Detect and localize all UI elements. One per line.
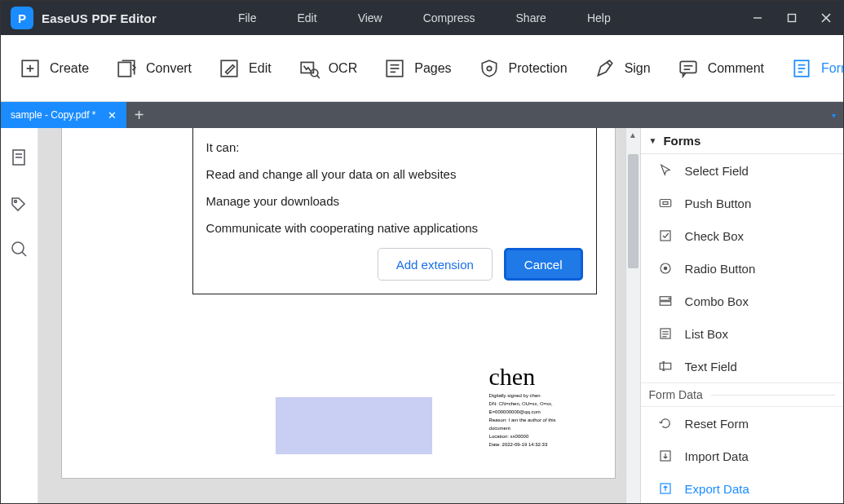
document-tab[interactable]: sample - Copy.pdf * ✕ [1,102,126,128]
tags-button[interactable] [9,193,29,216]
svg-rect-33 [661,231,670,241]
signature-line-5: document [489,425,587,431]
svg-point-16 [487,66,491,70]
workspace: It can: Read and change all your data on… [1,128,843,504]
edit-button[interactable]: Edit [208,49,281,88]
digital-signature[interactable]: chen Digitally signed by chen DN: CN=che… [489,363,587,448]
menu-view[interactable]: View [358,11,382,24]
thumbnails-button[interactable] [9,148,29,170]
search-button[interactable] [9,239,29,262]
text-field-label: Text Field [685,360,737,374]
export-data-button[interactable]: Export Data [641,472,843,504]
protection-label: Protection [509,61,568,76]
close-button[interactable] [809,1,843,35]
tab-dropdown[interactable]: ▾ [824,102,843,128]
dialog-perm-2: Manage your downloads [206,194,583,208]
signature-line-1: Digitally signed by chen [489,392,587,399]
menu-share[interactable]: Share [516,11,546,24]
svg-point-28 [15,201,17,203]
comment-button[interactable]: Comment [667,49,774,88]
pages-label: Pages [414,61,451,76]
check-box-tool[interactable]: Check Box [641,219,843,252]
pages-button[interactable]: Pages [373,49,461,88]
push-button-label: Push Button [685,197,752,210]
convert-label: Convert [146,61,192,76]
edit-icon [218,57,241,80]
ocr-label: OCR [329,61,358,76]
tab-close-button[interactable]: ✕ [108,109,117,122]
vertical-scrollbar[interactable]: ▲ [625,128,640,504]
window-controls [740,1,843,35]
forms-button[interactable]: Forms [780,49,844,88]
checkbox-icon [657,228,674,244]
reset-icon [657,415,674,431]
dialog-perm-3: Communicate with cooperating native appl… [206,221,583,235]
button-icon [657,195,674,211]
minimize-icon [753,13,762,23]
convert-icon [115,57,138,80]
reset-form-button[interactable]: Reset Form [641,407,843,440]
import-icon [657,448,674,464]
protection-button[interactable]: Protection [468,49,577,88]
ocr-button[interactable]: OCR [288,49,368,88]
svg-line-17 [607,62,610,65]
forms-panel: ▼ Forms Select Field Push Button Check B… [640,128,843,504]
import-data-label: Import Data [685,449,749,463]
pointer-icon [657,162,674,179]
scroll-thumb[interactable] [628,154,639,268]
pdf-page: It can: Read and change all your data on… [61,128,616,479]
combo-box-label: Combo Box [685,294,749,308]
svg-rect-18 [680,61,696,73]
select-field-label: Select Field [685,164,749,178]
menu-edit[interactable]: Edit [298,11,317,24]
divider [711,395,835,396]
title-bar: P EaseUS PDF Editor File Edit View Compr… [1,1,843,35]
create-icon [19,57,42,80]
maximize-icon [787,13,797,23]
select-field-tool[interactable]: Select Field [641,154,843,187]
signature-line-4: Reason: I am the author of this [489,417,587,423]
close-icon [821,13,831,23]
text-field-tool[interactable]: Text Field [641,350,843,382]
scroll-up-icon[interactable]: ▲ [626,128,640,141]
radio-button-tool[interactable]: Radio Button [641,252,843,285]
import-data-button[interactable]: Import Data [641,440,843,472]
cancel-button[interactable]: Cancel [504,248,583,281]
push-button-tool[interactable]: Push Button [641,187,843,219]
add-extension-button[interactable]: Add extension [378,248,493,281]
document-tab-strip: sample - Copy.pdf * ✕ + ▾ [1,102,843,128]
extension-dialog: It can: Read and change all your data on… [192,128,597,294]
radio-icon [657,260,674,276]
canvas-viewport[interactable]: It can: Read and change all your data on… [38,128,625,504]
signature-name: chen [489,363,587,391]
reset-form-label: Reset Form [685,417,749,431]
convert-button[interactable]: Convert [105,49,201,88]
svg-rect-1 [789,15,796,22]
check-box-label: Check Box [685,229,745,243]
create-button[interactable]: Create [9,49,99,88]
form-text-field[interactable] [276,397,432,454]
menu-compress[interactable]: Compress [423,11,475,24]
app-logo: P [11,7,33,29]
signature-line-6: Location: xx00000 [489,433,587,440]
export-data-label: Export Data [685,482,749,496]
menu-help[interactable]: Help [587,11,611,24]
forms-panel-header[interactable]: ▼ Forms [641,128,843,154]
maximize-button[interactable] [775,1,809,35]
svg-point-35 [663,267,667,271]
combo-box-tool[interactable]: Combo Box [641,285,843,317]
comment-label: Comment [708,61,764,76]
sign-button[interactable]: Sign [584,49,661,88]
add-tab-button[interactable]: + [126,102,152,128]
comment-icon [677,57,700,80]
tag-icon [9,193,29,213]
left-sidebar [1,128,38,504]
protection-icon [478,57,501,80]
svg-rect-31 [660,200,671,207]
document-tab-label: sample - Copy.pdf * [11,109,96,121]
export-icon [657,480,674,497]
forms-icon [790,57,813,80]
list-box-tool[interactable]: List Box [641,317,843,350]
minimize-button[interactable] [740,1,775,35]
menu-file[interactable]: File [238,11,257,24]
